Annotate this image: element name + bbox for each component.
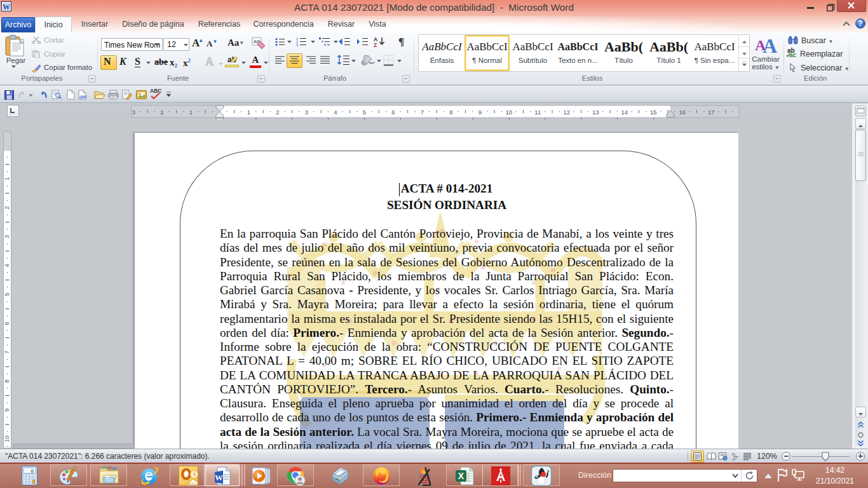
- svg-text:W: W: [215, 473, 223, 482]
- svg-text:X: X: [458, 471, 465, 481]
- svg-text:16: 16: [679, 109, 686, 116]
- svg-text:5: 5: [4, 293, 11, 296]
- svg-text:0: 0: [31, 468, 34, 474]
- svg-text:2: 2: [4, 206, 11, 209]
- svg-text:7: 7: [4, 351, 11, 354]
- svg-text:3: 3: [296, 43, 298, 46]
- svg-text:1: 1: [247, 109, 250, 116]
- svg-text:17: 17: [708, 109, 715, 116]
- svg-text:2: 2: [160, 109, 163, 116]
- svg-text:4: 4: [334, 109, 337, 116]
- svg-text:9: 9: [4, 409, 11, 412]
- svg-text:4: 4: [4, 264, 11, 267]
- svg-text:13: 13: [592, 109, 599, 116]
- svg-text:2: 2: [276, 109, 279, 116]
- svg-text:11: 11: [534, 109, 541, 116]
- svg-text:10: 10: [4, 436, 11, 443]
- svg-text:1: 1: [189, 109, 193, 116]
- svg-text:12: 12: [564, 109, 571, 116]
- svg-text:3: 3: [4, 235, 11, 238]
- svg-text:10: 10: [506, 109, 513, 116]
- svg-text:9: 9: [478, 109, 482, 116]
- svg-text:15: 15: [650, 109, 657, 116]
- svg-text:3: 3: [132, 109, 135, 116]
- svg-text:5: 5: [363, 109, 366, 116]
- svg-text:6: 6: [391, 109, 395, 116]
- svg-text:1: 1: [4, 177, 11, 180]
- svg-text:3: 3: [305, 109, 308, 116]
- svg-text:14: 14: [621, 109, 628, 116]
- svg-text:8: 8: [4, 379, 11, 383]
- svg-text:Z: Z: [374, 42, 377, 48]
- svg-text:6: 6: [4, 322, 11, 325]
- svg-text:7: 7: [421, 109, 424, 116]
- svg-text:8: 8: [449, 109, 452, 116]
